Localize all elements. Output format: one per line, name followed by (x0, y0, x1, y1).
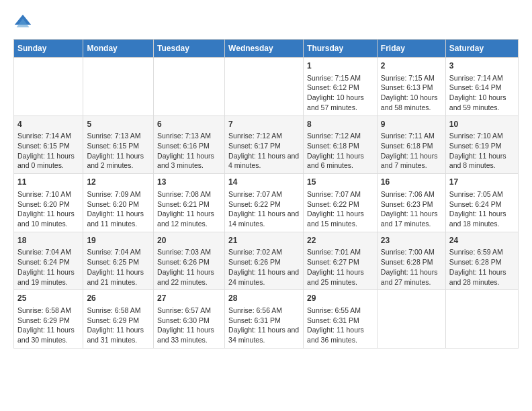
header-thursday: Thursday (304, 40, 378, 58)
day-number: 19 (87, 235, 150, 246)
day-number: 27 (157, 293, 221, 304)
calendar-week-row: 18Sunrise: 7:04 AMSunset: 6:24 PMDayligh… (14, 232, 519, 290)
calendar-cell (14, 58, 83, 116)
day-number: 1 (307, 60, 373, 72)
day-info: Sunset: 6:21 PM (157, 199, 221, 210)
calendar-cell: 8Sunrise: 7:12 AMSunset: 6:18 PMDaylight… (304, 116, 378, 174)
day-info: Sunset: 6:18 PM (307, 141, 373, 151)
calendar-cell: 9Sunrise: 7:11 AMSunset: 6:18 PMDaylight… (377, 116, 445, 174)
day-info: Sunrise: 6:57 AM (157, 306, 221, 316)
day-info: Daylight: 11 hours and 24 minutes. (228, 267, 300, 287)
day-info: Sunset: 6:15 PM (87, 141, 150, 151)
calendar-cell: 14Sunrise: 7:07 AMSunset: 6:22 PMDayligh… (225, 174, 304, 232)
day-info: Sunset: 6:18 PM (381, 141, 442, 151)
calendar-cell: 1Sunrise: 7:15 AMSunset: 6:12 PMDaylight… (304, 58, 378, 116)
day-number: 3 (449, 60, 515, 72)
day-info: Daylight: 11 hours and 12 minutes. (157, 209, 221, 228)
calendar-cell: 27Sunrise: 6:57 AMSunset: 6:30 PMDayligh… (154, 290, 225, 349)
calendar-cell (377, 290, 445, 349)
day-number: 24 (449, 235, 515, 246)
day-info: Sunrise: 7:10 AM (449, 131, 515, 141)
day-number: 21 (228, 235, 300, 246)
day-number: 23 (381, 235, 442, 246)
day-info: Daylight: 10 hours and 59 minutes. (449, 93, 515, 112)
calendar-cell: 6Sunrise: 7:13 AMSunset: 6:16 PMDaylight… (154, 116, 225, 174)
day-number: 20 (157, 235, 221, 246)
calendar-cell: 13Sunrise: 7:08 AMSunset: 6:21 PMDayligh… (154, 174, 225, 232)
calendar-cell (225, 58, 304, 116)
day-info: Sunset: 6:24 PM (17, 257, 79, 267)
day-info: Daylight: 11 hours and 25 minutes. (307, 267, 373, 287)
calendar-cell: 4Sunrise: 7:14 AMSunset: 6:15 PMDaylight… (14, 116, 83, 174)
day-info: Sunset: 6:12 PM (307, 83, 373, 93)
day-number: 11 (17, 177, 79, 188)
day-info: Sunset: 6:31 PM (307, 316, 373, 326)
day-info: Daylight: 11 hours and 19 minutes. (17, 267, 79, 287)
day-info: Sunset: 6:28 PM (381, 257, 442, 267)
day-number: 9 (381, 119, 442, 130)
day-info: Daylight: 10 hours and 58 minutes. (381, 93, 442, 112)
day-info: Sunset: 6:29 PM (87, 316, 150, 326)
day-number: 29 (307, 293, 373, 304)
day-info: Sunrise: 7:03 AM (157, 247, 221, 257)
day-number: 7 (228, 119, 300, 130)
calendar-cell: 11Sunrise: 7:10 AMSunset: 6:20 PMDayligh… (14, 174, 83, 232)
day-info: Sunset: 6:19 PM (449, 141, 515, 151)
day-info: Sunset: 6:22 PM (307, 199, 373, 210)
day-info: Sunset: 6:22 PM (228, 199, 300, 210)
day-info: Daylight: 11 hours and 0 minutes. (17, 151, 79, 171)
calendar-cell: 28Sunrise: 6:56 AMSunset: 6:31 PMDayligh… (225, 290, 304, 349)
day-info: Daylight: 11 hours and 15 minutes. (307, 209, 373, 228)
day-info: Sunset: 6:24 PM (449, 199, 515, 210)
day-info: Daylight: 11 hours and 18 minutes. (449, 209, 515, 228)
day-info: Sunset: 6:15 PM (17, 141, 79, 151)
day-info: Daylight: 11 hours and 3 minutes. (157, 151, 221, 171)
day-info: Daylight: 11 hours and 28 minutes. (449, 267, 515, 287)
calendar-cell: 23Sunrise: 7:00 AMSunset: 6:28 PMDayligh… (377, 232, 445, 290)
day-info: Sunrise: 7:07 AM (228, 189, 300, 199)
day-info: Sunrise: 7:07 AM (307, 189, 373, 199)
calendar-cell: 22Sunrise: 7:01 AMSunset: 6:27 PMDayligh… (304, 232, 378, 290)
calendar-cell: 26Sunrise: 6:58 AMSunset: 6:29 PMDayligh… (83, 290, 154, 349)
day-info: Daylight: 11 hours and 4 minutes. (228, 151, 300, 171)
day-info: Sunset: 6:27 PM (307, 257, 373, 267)
day-info: Daylight: 11 hours and 8 minutes. (449, 151, 515, 171)
logo-icon (13, 13, 32, 32)
day-info: Sunrise: 7:09 AM (87, 189, 150, 199)
calendar-cell: 5Sunrise: 7:13 AMSunset: 6:15 PMDaylight… (83, 116, 154, 174)
calendar-cell (154, 58, 225, 116)
day-info: Daylight: 11 hours and 7 minutes. (381, 151, 442, 171)
calendar-cell: 18Sunrise: 7:04 AMSunset: 6:24 PMDayligh… (14, 232, 83, 290)
day-info: Sunset: 6:20 PM (87, 199, 150, 210)
day-info: Sunset: 6:16 PM (157, 141, 221, 151)
page-header (13, 13, 519, 32)
day-number: 2 (381, 60, 442, 72)
header-friday: Friday (377, 40, 445, 58)
day-info: Sunrise: 7:14 AM (449, 73, 515, 83)
calendar-cell: 2Sunrise: 7:15 AMSunset: 6:13 PMDaylight… (377, 58, 445, 116)
day-info: Sunrise: 7:15 AM (381, 73, 442, 83)
day-info: Sunset: 6:20 PM (17, 199, 79, 210)
calendar-cell: 25Sunrise: 6:58 AMSunset: 6:29 PMDayligh… (14, 290, 83, 349)
calendar-cell: 24Sunrise: 6:59 AMSunset: 6:28 PMDayligh… (445, 232, 518, 290)
calendar-header-row: SundayMondayTuesdayWednesdayThursdayFrid… (14, 40, 519, 58)
day-info: Daylight: 11 hours and 11 minutes. (87, 209, 150, 228)
day-info: Sunrise: 7:06 AM (381, 189, 442, 199)
day-info: Daylight: 11 hours and 6 minutes. (307, 151, 373, 171)
day-info: Sunrise: 7:05 AM (449, 189, 515, 199)
day-info: Sunset: 6:17 PM (228, 141, 300, 151)
day-info: Daylight: 11 hours and 33 minutes. (157, 325, 221, 345)
calendar-week-row: 4Sunrise: 7:14 AMSunset: 6:15 PMDaylight… (14, 116, 519, 174)
day-info: Sunrise: 7:12 AM (307, 131, 373, 141)
day-info: Sunrise: 7:10 AM (17, 189, 79, 199)
day-info: Sunrise: 6:58 AM (17, 306, 79, 316)
day-info: Sunrise: 6:55 AM (307, 306, 373, 316)
day-info: Sunset: 6:13 PM (381, 83, 442, 93)
day-info: Sunset: 6:23 PM (381, 199, 442, 210)
day-info: Sunrise: 7:13 AM (157, 131, 221, 141)
day-number: 6 (157, 119, 221, 130)
calendar-cell: 3Sunrise: 7:14 AMSunset: 6:14 PMDaylight… (445, 58, 518, 116)
day-info: Sunrise: 7:08 AM (157, 189, 221, 199)
day-info: Sunset: 6:14 PM (449, 83, 515, 93)
day-info: Daylight: 10 hours and 57 minutes. (307, 93, 373, 112)
